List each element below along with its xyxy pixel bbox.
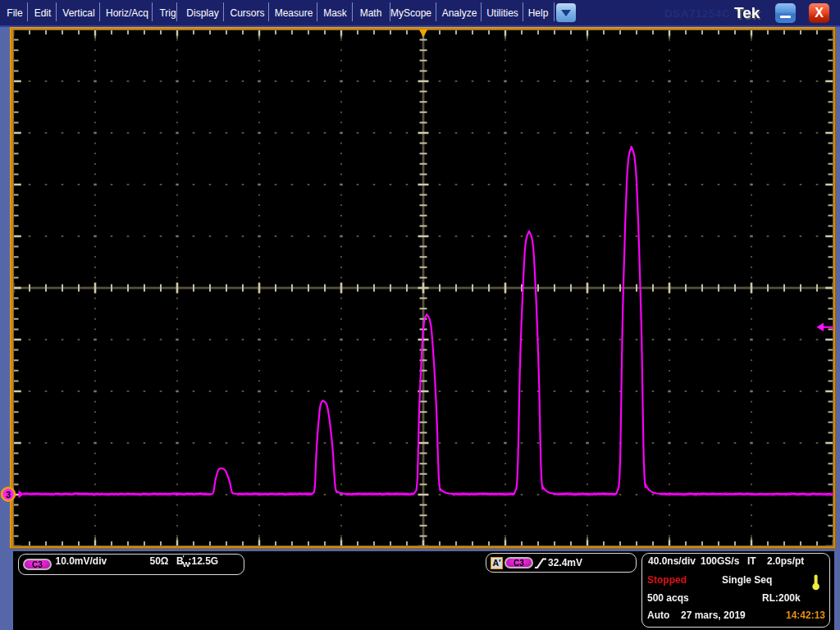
svg-text:3: 3 bbox=[6, 490, 11, 500]
